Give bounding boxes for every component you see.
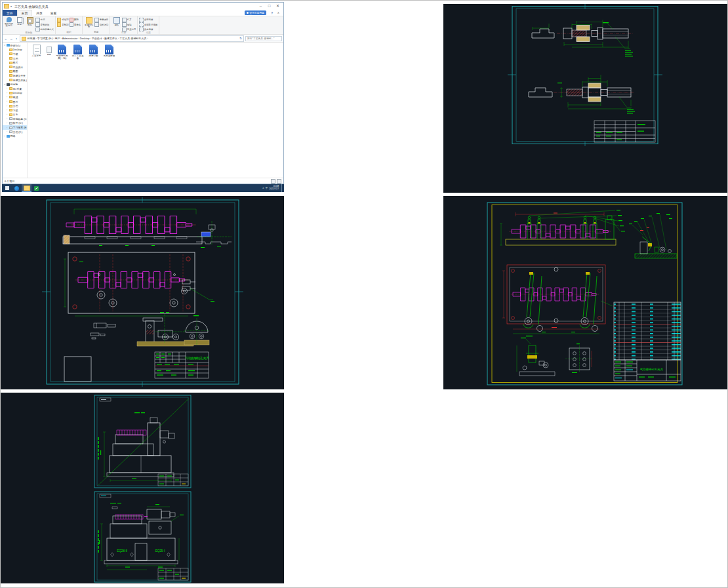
sidebar-item[interactable]: 毕业设计 [3,65,27,69]
maximize-button[interactable]: □ [265,3,273,10]
caret-icon[interactable]: › [7,92,9,94]
refresh-icon[interactable]: ↻ [239,37,242,40]
sidebar-section-this-pc[interactable]: ∨ 此电脑 [3,82,27,87]
quick-access-dropdown-icon[interactable]: ▾ [10,5,12,8]
new-item-button[interactable]: 新建项目 [94,18,108,22]
caret-icon[interactable]: › [7,117,9,120]
breadcrumb-segment[interactable]: 新建文件夹 › [104,37,119,40]
select-none-button[interactable]: 全部取消选择 [139,22,157,27]
sidebar-item[interactable]: › 软件 (D:) [3,121,27,126]
caret-icon[interactable]: › [7,96,9,98]
taskbar-clock[interactable]: 15:08 2022/7/27 [269,186,280,191]
sidebar-item-label: Desktop [13,91,22,94]
file-item[interactable]: 气动钻孔夹具(一钻) [55,45,69,60]
file-item[interactable]: 加工工艺装备 [71,45,85,60]
file-item[interactable]: 夹具装配图 [102,45,116,58]
sidebar-item[interactable]: › 3D 对象 [3,87,27,91]
file-item[interactable]: 床身总图 [87,45,100,58]
section-label: 此电脑 [10,83,18,86]
pin-to-quick-access-button[interactable]: 固定到快速访问 [4,17,14,28]
search-input[interactable] [245,36,282,41]
netdisk-login-button[interactable]: 登录百度网盘 [245,10,266,15]
sidebar-item[interactable]: Desktop [3,48,27,52]
sidebar-item[interactable]: 新建文件夹 (2) [3,78,27,83]
caret-icon[interactable]: › [7,87,9,90]
tab-share[interactable]: 共享 [32,10,47,16]
sidebar-item[interactable]: › 图片 [3,100,27,104]
details-view-icon[interactable] [271,179,275,184]
copy-button[interactable]: 复制 [14,17,24,26]
forward-icon[interactable]: → [9,37,13,41]
file-item[interactable]: 工艺卡片 [30,45,43,58]
tab-file[interactable]: 文件 [3,10,17,16]
items-count: 6 个项目 [5,180,14,183]
tab-view[interactable]: 查看 [47,10,61,16]
cut-button[interactable]: 剪切 [35,18,54,22]
sidebar-item[interactable]: 文档 [3,56,27,61]
sidebar-section-network[interactable]: › 网络 [3,134,27,138]
caret-icon[interactable]: › [7,122,9,125]
open-button[interactable]: 打开 [122,18,136,22]
edit-button[interactable]: 编辑 [122,22,136,27]
tab-home[interactable]: 主页 [17,10,33,16]
sidebar-item[interactable]: › 下载 [3,108,27,113]
copy-path-button[interactable]: 复制路径 [35,22,54,27]
caret-icon[interactable]: › [7,130,9,133]
taskbar-app-explorer[interactable] [22,184,31,192]
caret-icon[interactable]: › [7,105,9,108]
breadcrumb-segment[interactable]: 此电脑 › [28,37,37,40]
start-button[interactable] [3,184,12,192]
sidebar-item[interactable]: 新建文件夹 [3,73,27,78]
taskbar-app-cad[interactable] [31,184,41,192]
breadcrumb-segment[interactable]: 毕业设计 › [92,37,104,40]
back-icon[interactable]: ← [4,37,8,41]
properties-button[interactable]: 属性 [111,17,121,26]
show-desktop-button[interactable] [281,184,283,192]
breadcrumb-segment[interactable]: 用户 › [55,37,62,40]
input-method-indicator[interactable]: 中 [266,187,268,189]
easy-access-icon [94,22,99,27]
sidebar-item[interactable]: 图片 [3,60,27,65]
rename-button[interactable]: 重命名 [70,22,81,27]
move-to-button[interactable]: 移动到 [57,18,69,22]
new-folder-button[interactable]: 新建文件夹 [84,17,94,29]
sidebar-item[interactable]: › 音乐 [3,113,27,117]
ribbon-group-select: 全部选择 全部取消选择 反向选择 选择 [138,16,159,34]
breadcrumb-segment[interactable]: Administrator › [62,37,80,40]
sidebar-item[interactable]: 截图 [3,69,27,74]
sidebar-item[interactable]: › Desktop [3,91,27,96]
close-button[interactable]: ✕ [273,3,282,10]
caret-icon[interactable]: › [4,135,6,138]
paste-button[interactable]: 粘贴 [25,17,35,26]
breadcrumb[interactable]: 此电脑 › 学习随意 (E:) › 用户 › Administrato [20,35,244,42]
delete-button[interactable]: 删除 [70,18,81,22]
copy-to-button[interactable]: 复制到 [57,22,69,27]
select-all-button[interactable]: 全部选择 [139,18,157,22]
caret-icon[interactable]: ∨ [4,83,6,86]
breadcrumb-segment[interactable]: 学习随意 (E:) › [37,37,55,40]
caret-icon[interactable]: › [7,113,9,116]
sidebar-item[interactable]: 下载 [3,52,27,56]
minimize-button[interactable]: – [256,3,265,10]
thumbnails-view-icon[interactable] [277,179,281,184]
caret-icon[interactable]: › [7,127,9,129]
file-item[interactable]: bak [45,45,53,56]
sidebar-item[interactable]: › 视频 [3,95,27,100]
sidebar-item[interactable]: › 文档 [3,104,27,108]
sidebar-item[interactable]: › 本地磁盘 (C:) [3,117,27,121]
collapse-ribbon-icon[interactable]: ∧ [277,11,279,14]
caret-icon[interactable]: ∨ [4,44,6,47]
sidebar-section-quick-access[interactable]: ∨ 快速访问 [3,43,27,48]
sidebar-item[interactable]: › 学习随意 (E:) [3,125,27,130]
breadcrumb-segment[interactable]: 工艺夹具-曲轴钻孔夹具 › [119,37,149,40]
breadcrumb-segment[interactable]: Desktop › [80,37,92,40]
taskbar-app-edge[interactable] [12,184,22,192]
select-none-label: 全部取消选择 [144,24,157,26]
up-icon[interactable]: ↑ [14,37,18,41]
sidebar-item[interactable]: › 文档 (F:) [3,130,27,134]
caret-icon[interactable]: › [7,100,9,103]
easy-access-button[interactable]: 轻松访问 [94,22,108,27]
help-icon[interactable]: ? [271,11,273,15]
tray-expand-icon[interactable]: ∧ [262,187,264,189]
caret-icon[interactable]: › [7,109,9,111]
